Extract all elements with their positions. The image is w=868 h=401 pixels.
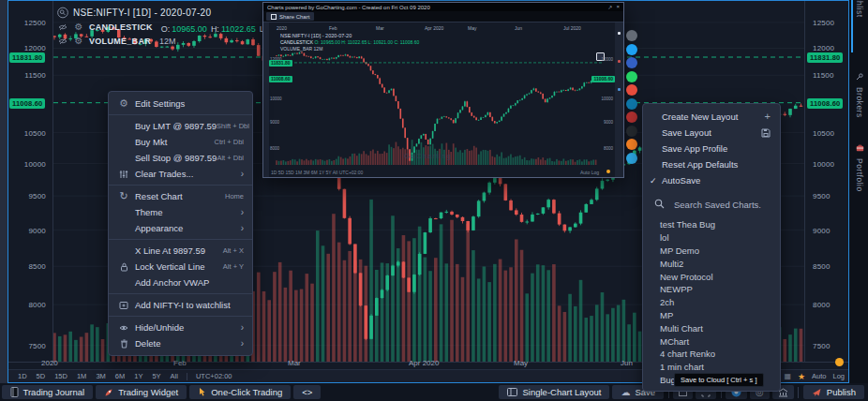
timeframe-5y[interactable]: 5Y — [147, 372, 165, 380]
share-icon-pinterest[interactable] — [626, 111, 637, 123]
context-menu-item-theme[interactable]: Theme› — [109, 204, 252, 220]
context-menu-item-edit-settings[interactable]: ⚙Edit Settings — [109, 96, 252, 111]
context-menu-item-add-anchor-vwap[interactable]: Add Anchor VWAP — [109, 275, 252, 290]
price-tick: 9500 — [813, 192, 831, 200]
context-menu-item-appearance[interactable]: Appearance› — [109, 220, 252, 236]
timeframe-1m[interactable]: 1M — [72, 372, 91, 380]
layout-menu-item-autosave[interactable]: ✓AutoSave — [643, 172, 780, 188]
share-icon-email[interactable] — [626, 126, 637, 137]
context-menu-item-reset-chart[interactable]: ↻Reset ChartHome — [109, 188, 252, 204]
share-icon-link[interactable] — [626, 30, 637, 41]
shortcut-hint: Home — [225, 192, 244, 200]
price-tick: 9000 — [813, 227, 831, 235]
left-panel-handle[interactable] — [0, 0, 7, 383]
volume-settings-icon[interactable]: ⚙ — [73, 37, 84, 46]
ohlc-field-label: H: — [211, 24, 219, 34]
saved-chart-4-chart-renko[interactable]: 4 chart Renko — [643, 348, 780, 361]
button-trading-widget[interactable]: Trading Widget — [96, 385, 187, 399]
search-icon — [654, 196, 665, 213]
context-menu-item-hide-unhide[interactable]: Hide/Unhide› — [109, 319, 252, 335]
eye-icon — [116, 324, 131, 332]
saved-chart-mchart[interactable]: MChart — [643, 334, 780, 348]
status-dot — [835, 358, 844, 366]
share-icon-googleplus[interactable] — [626, 84, 637, 96]
timeframe-all[interactable]: All — [166, 372, 183, 380]
share-icon-linkedin[interactable] — [626, 98, 637, 110]
saved-chart-mp[interactable]: MP — [643, 309, 780, 322]
saved-chart-mp-demo[interactable]: MP Demo — [643, 245, 780, 258]
layout-menu-item-save-layout[interactable]: Save Layout — [643, 125, 780, 141]
timeframe-5d[interactable]: 5D — [32, 372, 51, 380]
symbol-search-icon[interactable] — [57, 7, 68, 19]
sidebar-tab-watchlist[interactable]: Watchlist — [851, 0, 868, 18]
timeframe-1y[interactable]: 1Y — [129, 372, 147, 380]
price-tick: 11500 — [24, 71, 46, 80]
grid-settings-icon[interactable]: ▦ — [784, 372, 791, 380]
saved-chart-newpp[interactable]: NEWPP — [643, 283, 780, 296]
share-icon-twitter[interactable] — [626, 44, 637, 55]
indicator-settings-icon[interactable]: ⚙ — [73, 22, 84, 32]
share-icon-telegram[interactable] — [626, 153, 637, 164]
sidebar-tab-brokers[interactable]: Brokers — [851, 67, 868, 118]
trash-icon — [116, 339, 131, 349]
shortcut-hint: Alt + X — [223, 246, 244, 255]
chart-context-menu: ⚙Edit SettingsBuy LMT @ 9897.59Shift + D… — [108, 91, 253, 356]
hide-indicator-icon[interactable] — [57, 23, 68, 31]
time-axis-tick: Feb — [173, 359, 187, 367]
context-menu-item-add-nifty-i-to-watchlist[interactable]: Add NIFTY-I to watchlist — [109, 297, 252, 313]
timeframe-1d[interactable]: 1D — [13, 372, 32, 380]
button-single-chart-layout[interactable]: Single-Chart Layout — [499, 385, 609, 399]
context-menu-item-delete[interactable]: Delete› — [109, 335, 252, 351]
mini-chart-header: NSE:NIFTY-I [1D] - 2020-07-20 CANDLESTIC… — [280, 33, 419, 52]
button-publish[interactable]: Publish — [803, 385, 864, 399]
saved-chart-multi-chart[interactable]: Multi Chart — [643, 321, 780, 334]
ohlc-field-value: 11022.65 — [221, 24, 256, 34]
share-icon-facebook[interactable] — [626, 57, 637, 68]
context-menu-item-sell-stop-9897-59[interactable]: Sell Stop @ 9897.59Alt + Dbl — [109, 150, 252, 166]
share-icon-whatsapp[interactable] — [626, 71, 637, 82]
saved-chart-multi2[interactable]: Multi2 — [643, 257, 780, 270]
time-axis-tick: Apr 2020 — [409, 359, 439, 367]
button-item[interactable]: <> — [293, 385, 321, 399]
context-menu-item-x-line-at-9897-59[interactable]: X Line At 9897.59Alt + X — [109, 243, 252, 259]
price-label-pill: 11831.80 — [807, 52, 843, 63]
hide-volume-icon[interactable] — [57, 37, 68, 45]
pointer-icon — [198, 387, 206, 397]
popup-open-external-icon[interactable]: ↗ — [607, 4, 612, 10]
context-menu-item-buy-lmt-9897-59[interactable]: Buy LMT @ 9897.59Shift + Dbl — [109, 118, 252, 134]
layout-menu-item-save-app-profile[interactable]: Save App Profile — [643, 141, 780, 156]
search-input[interactable] — [672, 199, 770, 211]
context-menu-item-clear-trades[interactable]: Clear Trades...› — [109, 166, 252, 182]
sidebar-tab-portfolio[interactable]: Portfolio — [851, 139, 868, 192]
timeframe-6m[interactable]: 6M — [111, 372, 129, 380]
saved-charts-search[interactable] — [643, 188, 780, 218]
button-one-click-trading[interactable]: One-Click Trading — [189, 385, 291, 399]
log-scale-toggle[interactable]: Log — [832, 372, 845, 380]
context-menu-item-lock-vertical-line[interactable]: Lock Vertical LineAlt + Y — [109, 259, 252, 275]
timezone-label[interactable]: UTC+02:00 — [191, 372, 237, 380]
share-icon-reddit[interactable] — [626, 139, 637, 150]
mini-status-dot — [606, 170, 610, 173]
saved-chart-test-thea-bug[interactable]: test Thea Bug — [643, 218, 780, 231]
button-trading-journal[interactable]: Trading Journal — [2, 385, 94, 399]
price-tick: 9000 — [28, 227, 46, 235]
timeframe-3m[interactable]: 3M — [91, 372, 110, 380]
saved-chart-new-protocol[interactable]: New Protocol — [643, 270, 780, 283]
context-menu-item-buy-mkt[interactable]: Buy MktCtrl + Dbl — [109, 134, 252, 150]
saved-chart-lol[interactable]: lol — [643, 231, 780, 245]
timeframe-15d[interactable]: 15D — [50, 372, 72, 380]
popup-tab-share-chart[interactable]: Share Chart — [266, 12, 314, 21]
auto-scale-toggle[interactable]: Auto — [812, 372, 826, 380]
left-price-axis[interactable]: 1250012000115001050010000950090008500800… — [8, 1, 52, 362]
price-tick: 8500 — [28, 262, 46, 271]
right-price-axis[interactable]: 1250012000115001050010000950090008500800… — [805, 1, 848, 362]
saved-chart-2ch[interactable]: 2ch — [643, 296, 780, 309]
toolbar-divider — [798, 387, 799, 398]
popup-close-icon[interactable]: × — [616, 4, 620, 10]
favorite-star-icon[interactable]: ★ — [798, 372, 805, 381]
layout-menu-item-reset-app-defaults[interactable]: Reset App Defaults — [643, 156, 780, 172]
price-tick: 10000 — [813, 160, 834, 169]
layout-menu-item-create-new-layout[interactable]: Create New Layout+ — [643, 109, 780, 125]
saved-chart-1-min-chart[interactable]: 1 min chart — [643, 361, 780, 374]
timeframe-divider — [187, 373, 187, 380]
